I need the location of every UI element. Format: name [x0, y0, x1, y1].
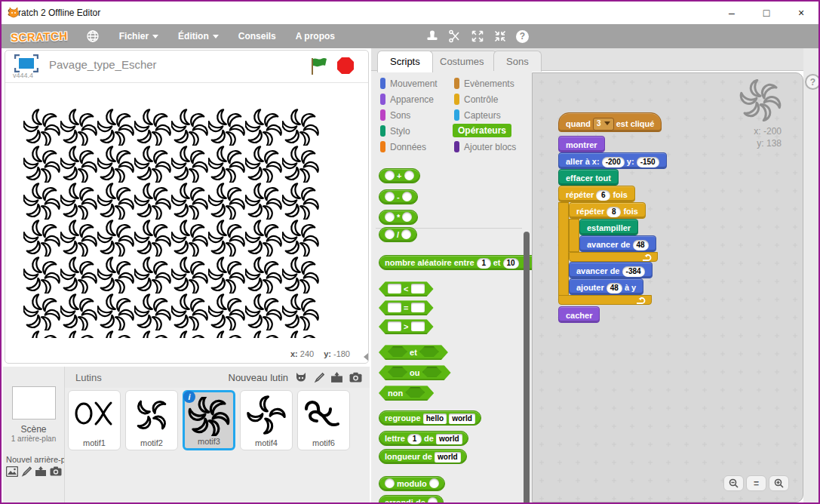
number-slot[interactable] — [385, 478, 395, 488]
block-not[interactable]: non — [379, 386, 434, 401]
number-slot[interactable] — [428, 497, 438, 504]
boolean-slot[interactable] — [419, 346, 439, 357]
block-subtract[interactable]: - — [379, 189, 418, 204]
menu-file[interactable]: Fichier — [119, 31, 158, 41]
block-modulo[interactable]: modulo — [379, 476, 445, 491]
stage-thumbnail[interactable] — [12, 386, 56, 419]
stamp-duplicate-icon[interactable] — [425, 29, 439, 43]
number-input[interactable]: 8 — [607, 207, 621, 217]
text-input[interactable]: hello — [423, 413, 447, 424]
maximize-button[interactable]: □ — [749, 2, 784, 24]
boolean-slot[interactable] — [405, 387, 425, 398]
language-globe-icon[interactable] — [86, 29, 100, 43]
zoom-in-button[interactable] — [769, 475, 789, 491]
category-donnees[interactable]: Données — [380, 141, 426, 152]
block-length-of[interactable]: longueur de world — [379, 449, 467, 464]
paint-backdrop-icon[interactable] — [21, 466, 32, 477]
minimize-button[interactable]: – — [714, 2, 749, 24]
block-help-icon[interactable]: ? — [516, 30, 529, 43]
number-input[interactable]: 48 — [607, 283, 622, 293]
repeat-inner-spine[interactable] — [569, 219, 579, 252]
sprite-card-motif6[interactable]: motif6 — [297, 390, 350, 450]
category-controle[interactable]: Contrôle — [454, 94, 498, 105]
text-input[interactable]: world — [435, 452, 461, 463]
block-add[interactable]: + — [379, 168, 420, 183]
value-slot[interactable] — [411, 321, 425, 331]
sprite-info-icon[interactable]: i — [183, 391, 195, 403]
number-input[interactable]: 48 — [633, 240, 649, 250]
scratch-logo[interactable]: SCRATCH — [11, 29, 68, 44]
block-join[interactable]: regroupe hello world — [379, 410, 481, 426]
block-when-clicked[interactable]: quand 3 est cliqué — [558, 112, 662, 132]
number-slot[interactable] — [385, 212, 395, 222]
block-greater-than[interactable]: > — [379, 319, 434, 334]
block-letter-of[interactable]: lettre 1 de world — [379, 431, 468, 446]
number-slot[interactable] — [429, 478, 439, 488]
scripts-area[interactable]: x: -200 y: 138 quand 3 est cliqué montre… — [532, 72, 803, 502]
number-slot[interactable] — [402, 212, 412, 222]
block-or[interactable]: ou — [379, 365, 451, 380]
number-input[interactable]: -150 — [637, 157, 659, 167]
number-slot[interactable] — [401, 229, 411, 239]
block-clear[interactable]: effacer tout — [558, 169, 619, 186]
zoom-out-button[interactable] — [723, 475, 744, 491]
shrink-sprite-icon[interactable] — [493, 29, 507, 43]
value-slot[interactable] — [388, 284, 401, 293]
zoom-reset-button[interactable]: = — [746, 475, 766, 491]
boolean-slot[interactable] — [388, 367, 407, 377]
block-change-y[interactable]: ajouter 48 à y — [569, 278, 643, 295]
scissors-delete-icon[interactable] — [448, 29, 462, 43]
block-equals[interactable]: = — [379, 300, 434, 315]
number-input[interactable]: 1 — [477, 258, 491, 269]
sprite-card-motif2[interactable]: motif2 — [125, 390, 178, 450]
category-evenements[interactable]: Evènements — [454, 78, 514, 89]
grow-sprite-icon[interactable] — [471, 29, 484, 43]
block-round[interactable]: arrondi de — [379, 495, 444, 504]
block-hide[interactable]: cacher — [558, 306, 600, 323]
repeat-outer-spine[interactable] — [558, 202, 569, 297]
number-slot[interactable] — [385, 171, 395, 180]
repeat-inner-footer[interactable] — [569, 252, 658, 262]
when-clicked-dropdown[interactable]: 3 — [593, 118, 614, 131]
stage-canvas[interactable] — [5, 83, 368, 349]
category-apparence[interactable]: Apparence — [380, 94, 434, 105]
value-slot[interactable] — [411, 303, 425, 312]
text-input[interactable]: world — [449, 413, 475, 424]
block-stamp[interactable]: estampiller — [579, 219, 638, 235]
camera-backdrop-icon[interactable] — [50, 466, 62, 476]
category-sons[interactable]: Sons — [380, 109, 410, 121]
number-slot[interactable] — [385, 229, 395, 239]
number-input[interactable]: -200 — [602, 157, 625, 167]
category-ajouter-blocs[interactable]: Ajouter blocs — [454, 141, 516, 152]
boolean-slot[interactable] — [388, 346, 407, 357]
value-slot[interactable] — [388, 303, 401, 312]
palette-scrollbar[interactable] — [524, 232, 530, 504]
tab-costumes[interactable]: Costumes — [427, 51, 497, 72]
block-divide[interactable]: / — [379, 227, 417, 242]
number-slot[interactable] — [404, 171, 414, 180]
number-input[interactable]: 6 — [596, 190, 610, 201]
number-input[interactable]: 10 — [503, 258, 519, 269]
value-slot[interactable] — [388, 321, 401, 331]
block-goto-xy[interactable]: aller à x: -200 y: -150 — [558, 152, 667, 169]
stop-button[interactable] — [336, 57, 355, 75]
block-move-outer[interactable]: avancer de -384 — [569, 262, 653, 278]
sprite-library-icon[interactable] — [294, 371, 308, 383]
block-pick-random[interactable]: nombre aléatoire entre 1 et 10 — [379, 255, 532, 270]
value-slot[interactable] — [411, 284, 425, 293]
block-multiply[interactable]: * — [379, 210, 418, 225]
green-flag-button[interactable] — [309, 57, 329, 76]
sprite-card-motif3[interactable]: i motif3 — [183, 390, 235, 450]
upload-sprite-icon[interactable] — [330, 372, 343, 383]
backdrop-library-icon[interactable] — [6, 466, 18, 477]
upload-backdrop-icon[interactable] — [35, 466, 47, 477]
paint-sprite-icon[interactable] — [314, 372, 324, 383]
tab-scripts[interactable]: Scripts — [377, 51, 433, 72]
block-repeat-outer[interactable]: répéter 6 fois — [558, 186, 635, 202]
menu-about[interactable]: A propos — [296, 31, 335, 41]
panel-resize-arrow-icon[interactable] — [364, 353, 368, 361]
number-slot[interactable] — [402, 192, 412, 201]
close-button[interactable]: × — [784, 2, 818, 24]
project-title[interactable]: Pavage_type_Escher — [49, 58, 157, 71]
help-button[interactable]: ? — [805, 74, 820, 90]
